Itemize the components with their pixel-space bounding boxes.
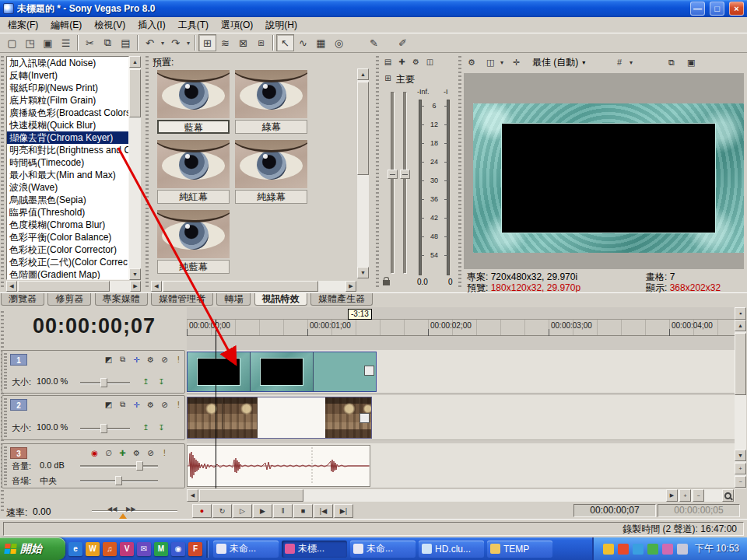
task-button-3[interactable]: 未命... [350, 541, 416, 558]
tab-media-manager[interactable]: 媒體管理者 [151, 293, 213, 306]
master-fader-right[interactable] [403, 92, 407, 274]
taskbar-clock[interactable]: 下午 10:53 [695, 542, 739, 555]
scroll-left-icon[interactable]: ◀ [6, 281, 17, 292]
save-icon[interactable]: ▣ [39, 34, 57, 51]
insert-fx-icon[interactable]: ✚ [116, 447, 129, 458]
task-button-hd-clu[interactable]: HD.clu... [419, 541, 484, 558]
tab-explorer[interactable]: 瀏覽器 [1, 293, 44, 306]
messenger-icon[interactable]: M [154, 542, 168, 556]
track-grip[interactable] [4, 398, 7, 437]
audio-event-track3[interactable] [187, 445, 370, 487]
scroll-up-icon[interactable]: ▲ [357, 68, 369, 80]
fx-list-item[interactable]: 快速模糊(Quick Blur) [7, 119, 128, 131]
fx-list-item[interactable]: 明亮和對比(Brightness and C [7, 144, 128, 156]
vegas-icon[interactable]: V [120, 542, 134, 556]
task-button-temp-folder[interactable]: TEMP [487, 541, 552, 558]
playhead-cursor[interactable] [216, 320, 216, 488]
insert-fx-icon[interactable]: ✚ [395, 55, 409, 68]
mute-icon[interactable]: ⊘ [144, 447, 157, 458]
scroll-down-icon[interactable]: ▼ [735, 450, 746, 461]
close-button[interactable]: × [729, 2, 744, 16]
track-header-2[interactable]: 2 ◩ ⧉ ✛ ⚙ ⊘ ! 大小: 100.0 % ↥ ↧ [2, 395, 185, 440]
composite-mode-icon[interactable]: ◩ [102, 399, 115, 410]
zoom-in-time-icon[interactable]: + [679, 489, 691, 502]
start-button[interactable]: 開始 [0, 537, 65, 560]
event-pan-crop-icon[interactable] [364, 366, 374, 376]
mail-icon[interactable]: ✉ [137, 542, 151, 556]
preset-name[interactable]: 純紅幕 [157, 190, 230, 204]
project-properties-icon[interactable]: ☰ [57, 34, 75, 51]
selection-edit-tool-icon[interactable]: ▦ [312, 34, 330, 51]
normal-edit-tool-icon[interactable]: ↖ [276, 34, 294, 51]
fx-list-item[interactable]: 反轉(Invert) [7, 69, 128, 82]
pan-slider-thumb[interactable] [115, 476, 122, 485]
zoom-tool-icon[interactable] [722, 489, 734, 502]
master-fader-left[interactable] [391, 92, 395, 274]
play-button[interactable]: ▶ [253, 504, 272, 518]
track-zoom-out-icon[interactable]: − [735, 476, 746, 488]
task-button-1[interactable]: 未命... [213, 541, 279, 558]
loop-playback-button[interactable]: ↻ [212, 504, 232, 518]
event-pan-crop-icon[interactable] [359, 413, 370, 423]
downmix-icon[interactable]: ◫ [423, 55, 437, 68]
preset-thumbnail-green-screen[interactable] [235, 70, 307, 118]
menu-help[interactable]: 說明(H) [259, 17, 303, 33]
fx-list-item[interactable]: 烏賊墨黑色(Sepia) [7, 194, 128, 206]
menu-insert[interactable]: 插入(I) [132, 17, 171, 33]
pen-icon[interactable]: ✎ [365, 34, 383, 51]
menu-edit[interactable]: 編輯(E) [44, 17, 88, 33]
preset-hscroll-thumb[interactable] [163, 281, 318, 292]
undo-dropdown-icon[interactable]: ▾ [159, 34, 167, 51]
bypass-motion-blur-icon[interactable]: ⧉ [116, 354, 129, 365]
undo-icon[interactable]: ↶ [141, 34, 159, 51]
timeline-vscroll-thumb[interactable] [735, 333, 746, 395]
fx-hscroll-thumb[interactable] [18, 281, 110, 292]
scroll-down-icon[interactable]: ▼ [357, 267, 369, 278]
track-fx-icon[interactable]: ⚙ [130, 447, 143, 458]
tab-project-media[interactable]: 專案媒體 [95, 293, 148, 306]
restore-button[interactable]: □ [710, 2, 724, 16]
rate-marker[interactable] [119, 513, 127, 519]
scroll-left-icon[interactable]: ◀ [187, 489, 198, 502]
menu-options[interactable]: 選項(O) [215, 17, 259, 33]
tab-transitions[interactable]: 轉場 [216, 293, 251, 306]
overlays-dropdown-icon[interactable]: ▾ [627, 55, 635, 69]
scroll-right-icon[interactable]: ▶ [666, 489, 678, 502]
timeline-time-display[interactable]: 00:00:00;07 [8, 314, 181, 342]
fx-list-item[interactable]: 色階圖(Gradient Map) [7, 268, 128, 280]
marker-menu-icon[interactable]: ▪ [735, 307, 746, 320]
preset-thumbnail-pure-blue[interactable] [157, 210, 230, 258]
scroll-right-icon[interactable]: ▶ [130, 281, 141, 292]
fx-list-item[interactable]: 底片顆粒(Film Grain) [7, 94, 128, 107]
firefox-icon[interactable]: F [188, 542, 202, 556]
selection-end-time-field[interactable]: 00:00:00;05 [658, 504, 740, 517]
preset-name[interactable]: 純綠幕 [235, 190, 307, 204]
tab-trimmer[interactable]: 修剪器 [47, 293, 91, 306]
fx-vscroll-thumb[interactable] [129, 69, 141, 117]
open-project-icon[interactable]: ◳ [21, 34, 39, 51]
stop-button[interactable]: ■ [293, 504, 313, 518]
track-fx-icon[interactable]: ⚙ [144, 399, 157, 410]
preset-thumbnail-blue-screen[interactable] [157, 70, 230, 118]
explorer-icon[interactable]: W [86, 542, 100, 556]
composite-parent-icon[interactable]: ↧ [155, 376, 168, 387]
fx-list-item[interactable]: 波浪(Wave) [7, 181, 128, 194]
fx-panel-grip[interactable] [1, 56, 4, 289]
preset-panel-grip[interactable] [146, 56, 149, 289]
mixer-properties-icon[interactable]: ⚙ [409, 55, 423, 68]
fader-handle-left[interactable] [388, 170, 398, 179]
redo-dropdown-icon[interactable]: ▾ [184, 34, 192, 51]
preset-name[interactable]: 藍幕 [157, 120, 230, 134]
preset-vscroll-thumb[interactable] [357, 82, 369, 175]
track-level-slider-thumb[interactable] [100, 424, 107, 433]
tab-media-generators[interactable]: 媒體產生器 [310, 293, 373, 306]
scroll-down-icon[interactable]: ▼ [129, 268, 141, 280]
preset-thumbnail-pure-green[interactable] [235, 140, 307, 188]
fx-list-item[interactable]: 最小和最大(Min and Max) [7, 169, 128, 181]
ie-icon[interactable]: e [68, 542, 82, 556]
copy-snapshot-icon[interactable]: ⧉ [666, 55, 677, 69]
brush-icon[interactable]: ✐ [394, 34, 412, 51]
fx-list-item[interactable]: 報紙印刷(News Print) [7, 82, 128, 94]
marker-bar[interactable] [187, 307, 735, 320]
preset-thumbnail-pure-red[interactable] [157, 140, 230, 188]
